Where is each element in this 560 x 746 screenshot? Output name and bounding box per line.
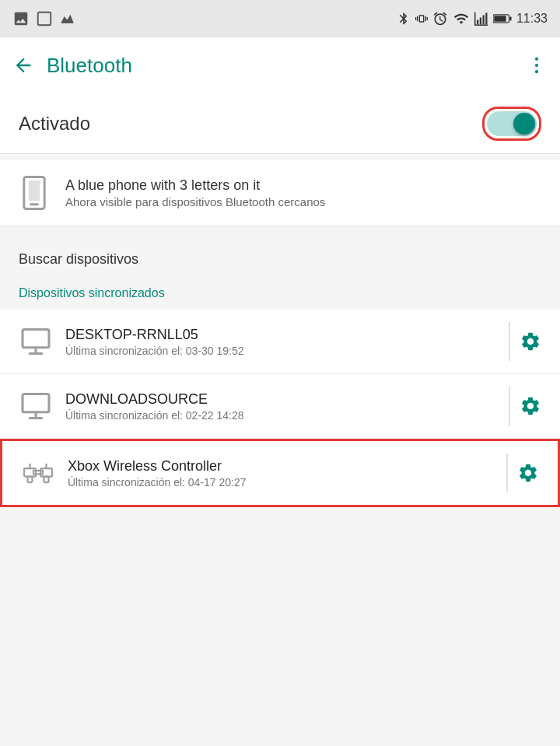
device-divider-2 — [506, 454, 508, 492]
svg-point-9 — [535, 64, 538, 67]
vibrate-status-icon — [415, 11, 428, 26]
search-devices-label: Buscar dispositivos — [19, 251, 138, 267]
status-bar-left-icons — [12, 10, 76, 27]
bluetooth-toggle-wrapper — [482, 107, 541, 141]
synced-devices-title: Dispositivos sincronizados — [19, 286, 165, 299]
chart-icon — [59, 10, 76, 27]
wifi-status-icon — [453, 11, 470, 26]
device-info-text: A blue phone with 3 letters on it Ahora … — [65, 177, 325, 208]
svg-rect-3 — [482, 16, 484, 25]
device-row-text-1: DOWNLOADSOURCE Última sincronización el:… — [53, 391, 499, 422]
device-settings-button-2[interactable] — [517, 462, 539, 484]
device-visibility-text: Ahora visible para dispositivos Bluetoot… — [65, 195, 325, 208]
svg-rect-2 — [480, 18, 481, 25]
controller-icon-2 — [21, 459, 55, 487]
device-row-name-2: Xbox Wireless Controller — [68, 458, 497, 475]
page-title: Bluetooth — [47, 54, 513, 78]
device-settings-button-0[interactable] — [520, 331, 541, 352]
device-row-name-1: DOWNLOADSOURCE — [65, 391, 499, 408]
activado-row: Activado — [0, 93, 560, 154]
device-name: A blue phone with 3 letters on it — [65, 177, 325, 194]
search-section: Buscar dispositivos — [0, 239, 560, 274]
bluetooth-status-icon — [397, 11, 411, 26]
desktop-icon-0 — [19, 328, 53, 355]
device-row-highlighted[interactable]: Xbox Wireless Controller Última sincroni… — [0, 439, 560, 507]
svg-rect-17 — [23, 394, 49, 412]
device-list: DESKTOP-RRNLL05 Última sincronización el… — [0, 310, 560, 507]
content-area: Activado A blue phone with 3 letters on … — [0, 93, 560, 507]
svg-rect-12 — [29, 180, 40, 201]
square-icon — [36, 10, 53, 27]
device-row-text-0: DESKTOP-RRNLL05 Última sincronización el… — [53, 327, 499, 357]
svg-rect-0 — [38, 12, 51, 26]
device-row-sub-1: Última sincronización el: 02-22 14:28 — [65, 409, 499, 422]
battery-status-icon — [493, 11, 512, 26]
app-bar: Bluetooth — [0, 37, 560, 93]
signal-status-icon — [474, 11, 488, 26]
svg-rect-23 — [28, 477, 33, 483]
svg-point-10 — [535, 70, 538, 73]
device-row[interactable]: DOWNLOADSOURCE Última sincronización el:… — [0, 374, 560, 439]
device-row[interactable]: DESKTOP-RRNLL05 Última sincronización el… — [0, 310, 560, 374]
svg-rect-4 — [485, 13, 487, 25]
photo-icon — [12, 10, 30, 27]
device-settings-button-1[interactable] — [520, 395, 541, 417]
device-divider-0 — [509, 322, 510, 361]
toggle-knob — [513, 113, 535, 135]
svg-rect-6 — [509, 16, 511, 20]
device-row-name-0: DESKTOP-RRNLL05 — [65, 327, 499, 343]
device-row-sub-2: Última sincronización el: 04-17 20:27 — [68, 476, 497, 489]
desktop-icon-1 — [19, 393, 53, 419]
alarm-status-icon — [432, 11, 448, 26]
device-row-sub-0: Última sincronización el: 03-30 19:52 — [65, 345, 499, 357]
bluetooth-toggle[interactable] — [487, 111, 537, 136]
device-info-row: A blue phone with 3 letters on it Ahora … — [0, 160, 560, 226]
device-divider-1 — [509, 387, 510, 426]
back-button[interactable] — [12, 54, 34, 76]
svg-rect-7 — [494, 16, 506, 22]
activado-label: Activado — [19, 113, 90, 135]
more-options-button[interactable] — [526, 54, 548, 76]
device-row-text-2: Xbox Wireless Controller Última sincroni… — [55, 458, 497, 489]
svg-rect-14 — [23, 330, 49, 348]
svg-point-8 — [535, 58, 538, 61]
status-bar: 11:33 — [0, 0, 560, 37]
status-bar-right-icons: 11:33 — [397, 11, 548, 26]
synced-devices-header: Dispositivos sincronizados — [0, 274, 560, 306]
svg-rect-24 — [44, 477, 49, 483]
status-time: 11:33 — [516, 12, 548, 26]
phone-icon — [19, 174, 50, 212]
svg-rect-22 — [33, 471, 43, 475]
svg-rect-1 — [477, 20, 478, 25]
